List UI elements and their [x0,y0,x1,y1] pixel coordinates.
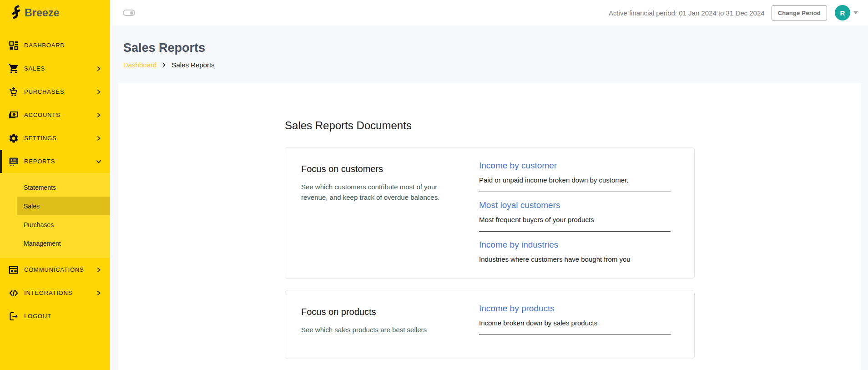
reports-submenu: Statements Sales Purchases Management [0,173,110,258]
income-by-industries-link[interactable]: Income by industries [479,240,558,250]
chevron-right-icon [96,267,102,273]
sidebar: Breeze DASHBOARD SALES [0,0,110,370]
report-link-description: Income broken down by sales products [479,319,671,327]
banknote-icon [8,110,19,121]
chevron-right-icon [96,112,102,118]
card-description: See which customers contribute most of y… [301,182,465,203]
card-description: See which sales products are best seller… [301,324,465,335]
report-link-item: Income by products Income broken down by… [479,304,671,335]
report-link-item: Income by customer Paid or unpaid income… [479,161,671,192]
content-panel: Sales Reports Documents Focus on custome… [118,83,861,370]
chevron-right-icon [96,135,102,142]
card-focus-on-products: Focus on products See which sales produc… [285,290,695,359]
card-links: Income by products Income broken down by… [479,290,694,359]
submenu-item-purchases[interactable]: Purchases [0,215,110,234]
sidebar-item-label: ACCOUNTS [24,112,60,118]
sidebar-item-settings[interactable]: SETTINGS [0,127,110,150]
sidebar-item-integrations[interactable]: INTEGRATIONS [0,281,110,304]
sidebar-item-label: INTEGRATIONS [24,289,72,296]
brand-name: Breeze [25,7,60,19]
page: Sales Reports Dashboard Sales Reports Sa… [110,25,868,370]
sidebar-item-label: COMMUNICATIONS [24,266,84,273]
card-left: Focus on products See which sales produc… [285,290,479,359]
sidebar-item-sales[interactable]: SALES [0,57,110,80]
gear-icon [8,133,19,144]
submenu-item-label: Sales [24,203,40,210]
newspaper-icon [8,264,19,275]
content-heading: Sales Reports Documents [285,119,695,132]
income-by-products-link[interactable]: Income by products [479,304,555,314]
page-title: Sales Reports [123,41,868,55]
sidebar-item-label: REPORTS [24,158,55,165]
sidebar-item-label: SALES [24,65,45,72]
cart-icon [8,63,19,74]
chevron-down-icon [96,158,102,165]
content-inner: Sales Reports Documents Focus on custome… [285,83,695,359]
cart-arrow-down-icon [8,86,19,97]
breadcrumb-current: Sales Reports [172,61,214,69]
sidebar-item-label: PURCHASES [24,88,64,95]
card-links: Income by customer Paid or unpaid income… [479,147,694,279]
card-focus-on-customers: Focus on customers See which customers c… [285,147,695,279]
page-header: Sales Reports Dashboard Sales Reports [110,25,868,69]
brand-logo: Breeze [0,0,110,25]
sidebar-item-logout[interactable]: LOGOUT [0,304,110,328]
breadcrumb: Dashboard Sales Reports [123,61,868,69]
topbar: Active financial period: 01 Jan 2024 to … [110,0,868,25]
change-period-button[interactable]: Change Period [772,5,827,20]
submenu-item-management[interactable]: Management [0,234,110,253]
active-period-text: Active financial period: 01 Jan 2024 to … [609,9,765,17]
topbar-right: Active financial period: 01 Jan 2024 to … [609,5,858,20]
chevron-right-icon [96,66,102,72]
toggle-knob [130,11,133,15]
sidebar-item-communications[interactable]: COMMUNICATIONS [0,258,110,281]
most-loyal-customers-link[interactable]: Most loyal customers [479,200,560,210]
code-icon [8,288,19,299]
submenu-item-label: Statements [24,184,56,191]
submenu-item-statements[interactable]: Statements [0,178,110,197]
submenu-item-label: Purchases [24,221,54,228]
chevron-right-icon [96,290,102,296]
sidebar-item-accounts[interactable]: ACCOUNTS [0,103,110,127]
breeze-wave-icon [8,5,21,20]
sidebar-item-purchases[interactable]: PURCHASES [0,80,110,103]
chevron-right-icon [96,89,102,95]
report-link-description: Paid or unpaid income broken down by cus… [479,176,671,184]
report-icon [8,156,19,167]
sidebar-collapse-toggle-icon[interactable] [123,10,135,16]
avatar-caret-down-icon[interactable] [853,11,858,14]
submenu-item-label: Management [24,240,61,247]
report-link-item: Income by industries Industries where cu… [479,240,671,263]
user-avatar[interactable]: R [835,5,850,20]
sidebar-item-reports[interactable]: REPORTS [0,150,110,173]
dashboard-icon [8,40,19,51]
card-left: Focus on customers See which customers c… [285,147,479,279]
sidebar-item-dashboard[interactable]: DASHBOARD [0,34,110,57]
card-title: Focus on products [301,307,465,317]
report-link-description: Most frequent buyers of your products [479,216,671,223]
breadcrumb-dashboard-link[interactable]: Dashboard [123,61,156,69]
logout-icon [8,311,19,322]
card-title: Focus on customers [301,164,465,174]
sidebar-nav: DASHBOARD SALES PURCHASES [0,25,110,328]
sidebar-item-label: SETTINGS [24,135,56,142]
income-by-customer-link[interactable]: Income by customer [479,161,557,171]
submenu-item-sales[interactable]: Sales [17,197,110,215]
sidebar-item-label: DASHBOARD [24,42,65,49]
sidebar-item-label: LOGOUT [24,313,51,319]
report-link-item: Most loyal customers Most frequent buyer… [479,200,671,232]
report-link-description: Industries where customers have bought f… [479,255,671,263]
breadcrumb-chevron-icon [161,62,167,67]
